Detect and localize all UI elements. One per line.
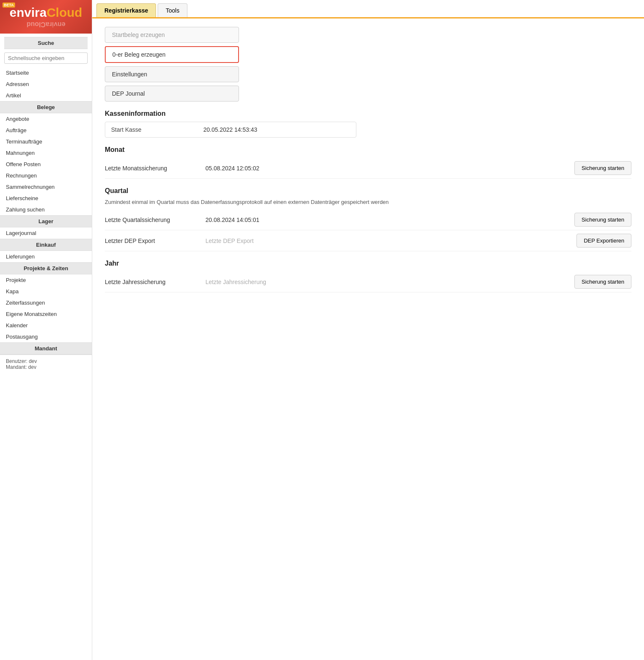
- kasseninformation-title: Kasseninformation: [105, 110, 631, 117]
- monatssicherung-label: Letzte Monatssicherung: [105, 165, 197, 172]
- main-content: Registrierkasse Tools Startbeleg erzeuge…: [92, 0, 644, 660]
- start-kasse-label: Start Kasse: [111, 126, 203, 133]
- jahressicherung-label: Letzte Jahressicherung: [105, 279, 197, 285]
- projekte-header: Projekte & Zeiten: [0, 262, 92, 274]
- logo-reflection: enviraCloud: [10, 21, 82, 28]
- belege-section: Belege Angebote Aufträge Terminaufträge …: [0, 101, 92, 215]
- lager-header: Lager: [0, 215, 92, 227]
- dep-exportieren-button[interactable]: DEP Exportieren: [576, 234, 631, 248]
- projekte-section: Projekte & Zeiten Projekte Kapa Zeiterfa…: [0, 262, 92, 342]
- tabs-bar: Registrierkasse Tools: [92, 0, 644, 18]
- jahr-title: Jahr: [105, 260, 631, 267]
- action-buttons-group: Startbeleg erzeugen 0-er Beleg erzeugen …: [105, 27, 239, 102]
- nav-terminauftraege[interactable]: Terminaufträge: [0, 136, 92, 147]
- nav-startseite[interactable]: Startseite: [0, 67, 92, 78]
- nav-zahlung-suchen[interactable]: Zahlung suchen: [0, 204, 92, 215]
- einkauf-section: Einkauf Lieferungen: [0, 239, 92, 262]
- quartalssicherung-label: Letzte Quartalssicherung: [105, 217, 197, 223]
- nav-sammelrechnungen[interactable]: Sammelrechnungen: [0, 181, 92, 193]
- logo-area: BETA enviraCloud enviraCloud: [0, 0, 92, 34]
- search-section: Suche: [0, 34, 92, 67]
- content-area: Startbeleg erzeugen 0-er Beleg erzeugen …: [92, 18, 644, 660]
- monat-sicherung-button[interactable]: Sicherung starten: [574, 161, 631, 175]
- nav-rechnungen[interactable]: Rechnungen: [0, 170, 92, 181]
- nav-zeiterfassungen[interactable]: Zeiterfassungen: [0, 297, 92, 308]
- quartalssicherung-row: Letzte Quartalssicherung 20.08.2024 14:0…: [105, 209, 631, 230]
- lager-section: Lager Lagerjournal: [0, 215, 92, 239]
- belege-header: Belege: [0, 101, 92, 113]
- nav-adressen[interactable]: Adressen: [0, 78, 92, 90]
- nav-offene-posten[interactable]: Offene Posten: [0, 159, 92, 170]
- logo-text: enviraCloud: [10, 5, 82, 20]
- nav-kapa[interactable]: Kapa: [0, 286, 92, 297]
- kasseninformation-section: Kasseninformation Start Kasse 20.05.2022…: [105, 110, 631, 138]
- nav-artikel[interactable]: Artikel: [0, 90, 92, 101]
- quartalssicherung-value: 20.08.2024 14:05:01: [205, 217, 566, 223]
- quartal-title: Quartal: [105, 187, 631, 195]
- jahr-sicherung-button[interactable]: Sicherung starten: [574, 275, 631, 289]
- nav-lieferungen[interactable]: Lieferungen: [0, 251, 92, 262]
- start-kasse-row: Start Kasse 20.05.2022 14:53:43: [105, 122, 356, 138]
- nav-lieferscheine[interactable]: Lieferscheine: [0, 193, 92, 204]
- top-nav: Startseite Adressen Artikel: [0, 67, 92, 101]
- tab-registrierkasse[interactable]: Registrierkasse: [96, 3, 156, 17]
- search-header: Suche: [4, 37, 88, 49]
- dep-export-row: Letzter DEP Export Letzte DEP Export DEP…: [105, 230, 631, 251]
- tab-tools[interactable]: Tools: [158, 3, 187, 17]
- quartal-section: Quartal Zumindest einmal im Quartal muss…: [105, 187, 631, 251]
- quartal-note: Zumindest einmal im Quartal muss das Dat…: [105, 199, 631, 205]
- jahressicherung-value: Letzte Jahressicherung: [205, 279, 566, 285]
- monatssicherung-row: Letzte Monatssicherung 05.08.2024 12:05:…: [105, 158, 631, 179]
- dep-export-label: Letzter DEP Export: [105, 237, 197, 244]
- mandant-mandant: Mandant: dev: [6, 364, 86, 370]
- nav-kalender[interactable]: Kalender: [0, 320, 92, 331]
- mandant-section: Mandant Benutzer: dev Mandant: dev: [0, 342, 92, 373]
- mandant-benutzer: Benutzer: dev: [6, 358, 86, 364]
- einstellungen-button[interactable]: Einstellungen: [105, 66, 239, 82]
- quartal-sicherung-button[interactable]: Sicherung starten: [574, 213, 631, 227]
- mandant-header: Mandant: [0, 342, 92, 355]
- dep-journal-button[interactable]: DEP Journal: [105, 86, 239, 102]
- nav-angebote[interactable]: Angebote: [0, 113, 92, 125]
- start-kasse-value: 20.05.2022 14:53:43: [203, 126, 350, 133]
- search-input[interactable]: [4, 52, 88, 64]
- nav-auftraege[interactable]: Aufträge: [0, 125, 92, 136]
- nav-lagerjournal[interactable]: Lagerjournal: [0, 227, 92, 239]
- beta-badge: BETA: [3, 3, 15, 8]
- nullbeleg-button[interactable]: 0-er Beleg erzeugen: [105, 46, 239, 63]
- nav-postausgang[interactable]: Postausgang: [0, 331, 92, 342]
- startbeleg-button[interactable]: Startbeleg erzeugen: [105, 27, 239, 43]
- nav-mahnungen[interactable]: Mahnungen: [0, 147, 92, 159]
- jahressicherung-row: Letzte Jahressicherung Letzte Jahressich…: [105, 271, 631, 292]
- jahr-section: Jahr Letzte Jahressicherung Letzte Jahre…: [105, 260, 631, 292]
- sidebar: BETA enviraCloud enviraCloud Suche Start…: [0, 0, 92, 660]
- monat-title: Monat: [105, 146, 631, 154]
- nav-eigene-monatszeiten[interactable]: Eigene Monatszeiten: [0, 308, 92, 320]
- einkauf-header: Einkauf: [0, 239, 92, 251]
- dep-export-value: Letzte DEP Export: [205, 237, 568, 244]
- monatssicherung-value: 05.08.2024 12:05:02: [205, 165, 566, 172]
- nav-projekte[interactable]: Projekte: [0, 274, 92, 286]
- monat-section: Monat Letzte Monatssicherung 05.08.2024 …: [105, 146, 631, 179]
